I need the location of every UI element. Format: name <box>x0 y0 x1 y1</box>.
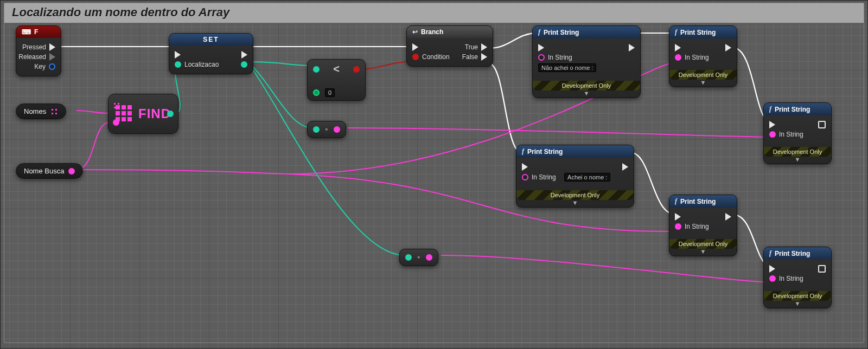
pin-key-out[interactable] <box>49 63 55 70</box>
pf3-devonly: Development Only <box>764 291 831 301</box>
pt2-instring-pin[interactable] <box>675 54 681 61</box>
pt2-header: fPrint String <box>669 26 737 38</box>
pf2-exec-out[interactable] <box>725 213 731 221</box>
expand-chevron-icon[interactable]: ▼ <box>533 91 640 98</box>
exec-out-set[interactable] <box>241 51 247 59</box>
pf1-header: fPrint String <box>516 145 634 158</box>
less-a-in[interactable] <box>313 66 320 73</box>
pf1-exec-in[interactable] <box>522 163 528 171</box>
pt1-exec-in[interactable] <box>538 44 544 51</box>
less-b-value[interactable]: 0 <box>325 88 335 97</box>
event-header: ⌨ F <box>16 26 61 38</box>
branch-false-label: False <box>462 53 478 61</box>
node-print-false-1[interactable]: fPrint String In String Achei o nome : D… <box>516 145 634 208</box>
function-icon: f <box>675 28 677 36</box>
node-append-2[interactable]: • <box>399 249 438 266</box>
pf2-title: Print String <box>680 198 716 205</box>
find-label: FIND <box>138 106 171 121</box>
branch-cond-label: Condition <box>422 53 450 61</box>
var-get-nomes[interactable]: Nomes <box>16 104 66 119</box>
branch-cond-in[interactable] <box>412 54 419 60</box>
pt1-instring-value[interactable]: Não achei o nome : <box>538 63 596 72</box>
pf3-header: fPrint String <box>764 247 831 260</box>
less-out[interactable] <box>353 66 360 73</box>
branch-exec-true[interactable] <box>481 43 487 51</box>
set-title: SET <box>203 36 219 43</box>
pf3-exec-in[interactable] <box>769 265 775 273</box>
pf3-instring-pin[interactable] <box>769 275 776 282</box>
set-header: SET <box>169 34 253 46</box>
node-print-true-1[interactable]: fPrint String In String Não achei o nome… <box>532 25 641 98</box>
pf2-instring-pin[interactable] <box>675 223 681 230</box>
find-index-out[interactable] <box>167 111 174 117</box>
node-print-false-3[interactable]: fPrint String In String Development Only… <box>763 247 832 308</box>
pt2-devonly: Development Only <box>669 70 737 80</box>
pf3-title: Print String <box>775 250 810 257</box>
pin-set-in-int[interactable] <box>175 61 181 68</box>
expand-chevron-icon[interactable]: ▼ <box>669 249 737 256</box>
keyboard-icon: ⌨ <box>22 28 31 36</box>
pt3-header: fPrint String <box>764 103 831 115</box>
append2-in-int[interactable] <box>405 254 412 261</box>
function-icon: f <box>769 249 771 257</box>
branch-exec-false[interactable] <box>481 53 487 61</box>
pin-set-out-int[interactable] <box>241 61 247 68</box>
exec-out-released[interactable] <box>49 53 55 61</box>
pt2-exec-in[interactable] <box>675 44 681 51</box>
expand-chevron-icon[interactable]: ▼ <box>516 200 634 207</box>
exec-in-set[interactable] <box>175 51 181 59</box>
pt1-exec-out[interactable] <box>629 44 635 51</box>
pt3-title: Print String <box>775 106 810 113</box>
expand-chevron-icon[interactable]: ▼ <box>764 301 831 308</box>
pf1-instring-value[interactable]: Achei o nome : <box>564 173 610 182</box>
function-icon: f <box>522 147 524 156</box>
find-array-in-icon[interactable] <box>113 102 120 109</box>
var-get-nome-busca[interactable]: Nome Busca <box>16 163 83 179</box>
append1-out-str[interactable] <box>334 126 340 133</box>
branch-header: Branch <box>407 26 493 38</box>
node-branch[interactable]: Branch True Condition False <box>406 25 493 67</box>
pt1-instring-pin[interactable] <box>538 54 545 61</box>
node-find[interactable]: FIND <box>108 94 178 134</box>
exec-out-pressed[interactable] <box>49 43 55 51</box>
node-print-true-2[interactable]: fPrint String In String Development Only… <box>669 25 737 87</box>
expand-chevron-icon[interactable]: ▼ <box>764 157 831 164</box>
node-less-than[interactable]: < 0 <box>307 59 366 101</box>
node-set-localizacao[interactable]: SET Localizacao <box>169 33 253 74</box>
branch-true-label: True <box>465 43 478 51</box>
less-b-in[interactable] <box>313 89 320 96</box>
pin-nomebusca-out[interactable] <box>68 168 75 174</box>
event-key: F <box>34 28 38 36</box>
blueprint-graph-canvas[interactable]: Localizando um nome dentro do Array ⌨ F … <box>0 0 868 349</box>
pf1-instring-pin[interactable] <box>522 174 528 180</box>
node-print-true-3[interactable]: fPrint String In String Development Only… <box>763 102 832 164</box>
pt3-instring-pin[interactable] <box>769 131 776 138</box>
pf2-exec-in[interactable] <box>675 213 681 221</box>
pin-label-pressed: Pressed <box>22 43 46 51</box>
pt3-exec-out[interactable] <box>818 121 826 128</box>
find-item-in[interactable] <box>113 119 119 126</box>
pt3-exec-in[interactable] <box>769 121 775 128</box>
pt2-title: Print String <box>680 29 716 36</box>
node-append-1[interactable]: • <box>307 121 346 138</box>
expand-chevron-icon[interactable]: ▼ <box>669 80 737 87</box>
comment-title[interactable]: Localizando um nome dentro do Array <box>4 3 864 23</box>
set-var-label: Localizacao <box>184 61 219 68</box>
node-print-false-2[interactable]: fPrint String In String Development Only… <box>669 195 737 256</box>
branch-exec-in[interactable] <box>412 43 418 51</box>
append2-out-str[interactable] <box>426 254 432 261</box>
function-icon: f <box>675 197 677 205</box>
pt3-instring-label: In String <box>779 131 803 138</box>
pf1-title: Print String <box>527 148 563 156</box>
append1-in-int[interactable] <box>313 126 320 133</box>
pin-label-released: Released <box>18 53 46 61</box>
pf2-devonly: Development Only <box>669 239 737 249</box>
var-nomes-label: Nomes <box>24 107 46 115</box>
pf2-header: fPrint String <box>669 195 737 208</box>
pt2-exec-out[interactable] <box>725 44 731 51</box>
pf1-exec-out[interactable] <box>622 163 628 171</box>
pf3-exec-out[interactable] <box>818 265 826 273</box>
var-nomebusca-label: Nome Busca <box>24 167 64 175</box>
array-pin-icon[interactable] <box>50 108 58 115</box>
node-input-event-f[interactable]: ⌨ F Pressed Released Key <box>16 25 61 76</box>
